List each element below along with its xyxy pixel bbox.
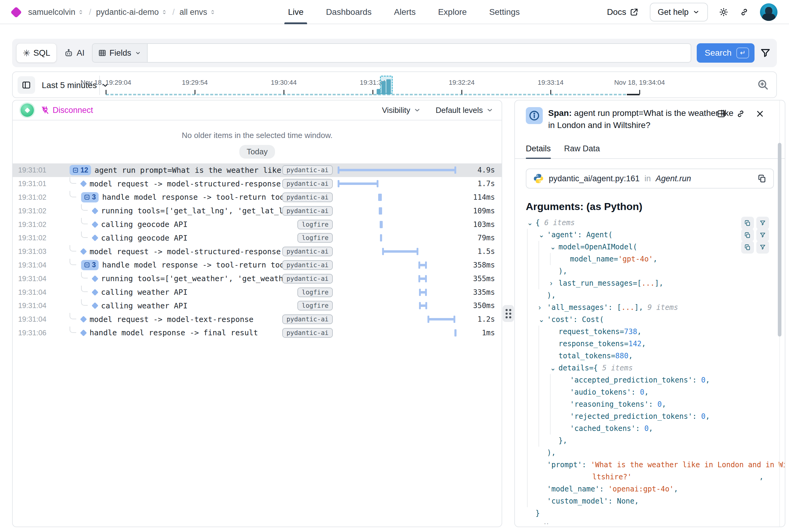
disconnect-button[interactable]: Disconnect: [41, 106, 93, 115]
duration-track: [338, 177, 456, 191]
code-token: [: [637, 279, 641, 287]
search-button[interactable]: Search ↵: [697, 43, 754, 63]
fields-dropdown-button[interactable]: Fields: [92, 43, 147, 63]
trace-row[interactable]: 19:31:023handle model response -> tool-r…: [13, 191, 502, 204]
timeline-zoom-button[interactable]: [757, 79, 769, 91]
trace-row[interactable]: 19:31:06handle model response -> final r…: [13, 326, 502, 340]
get-help-button[interactable]: Get help: [650, 3, 708, 21]
filter-value-button[interactable]: [756, 217, 769, 229]
code-actions: [741, 241, 769, 253]
code-token: 'cost': Cost(: [547, 315, 604, 324]
trace-row-time: 19:31:04: [13, 288, 58, 297]
sidebar-toggle-button[interactable]: [18, 76, 35, 94]
indent-guide: [539, 435, 550, 446]
tab-details[interactable]: Details: [526, 144, 551, 158]
code-token: 6 items: [544, 218, 575, 227]
ai-mode-button[interactable]: AI: [62, 48, 86, 58]
trace-row[interactable]: 19:31:0112agent run prompt=What is the w…: [13, 164, 502, 177]
default-levels-dropdown[interactable]: Default levels: [436, 106, 494, 115]
span-detail-panel: Span: agent run prompt=What is the weath…: [514, 100, 785, 527]
dock-panel-button[interactable]: [716, 109, 726, 119]
expand-chevron-icon[interactable]: ›: [550, 279, 558, 287]
code-line: 'custom_model': None,: [527, 495, 785, 507]
expand-chevron-icon[interactable]: ›: [539, 304, 547, 312]
source-location[interactable]: pydantic_ai/agent.py:161 in Agent.run: [526, 169, 774, 189]
filter-button[interactable]: [760, 48, 771, 58]
link-icon: [736, 109, 746, 119]
nav-item-settings[interactable]: Settings: [489, 0, 520, 24]
timeline-tick-mark: [550, 90, 551, 94]
duration-bar: [380, 234, 382, 242]
visibility-dropdown[interactable]: Visibility: [382, 106, 421, 115]
trace-row-time: 19:31:03: [13, 247, 58, 256]
indent-guide: [527, 471, 539, 483]
trace-row-indent: [58, 177, 81, 191]
copy-value-button[interactable]: [741, 229, 754, 242]
code-token: {: [536, 218, 544, 227]
copy-value-button[interactable]: [741, 217, 754, 229]
theme-toggle-button[interactable]: [719, 7, 729, 17]
nav-item-live[interactable]: Live: [288, 0, 304, 24]
breadcrumb-item[interactable]: pydantic-ai-demo: [96, 7, 168, 17]
collapse-badge[interactable]: 3: [81, 260, 99, 270]
collapse-chevron-icon[interactable]: ⌄: [550, 243, 558, 251]
trace-row[interactable]: 19:31:04running tools=['get_weather', 'g…: [13, 272, 502, 285]
collapse-badge[interactable]: 12: [70, 165, 91, 175]
trace-row-tag-wrap: logfire: [290, 287, 333, 297]
top-header: samuelcolvin/pydantic-ai-demo/all envs L…: [0, 0, 789, 24]
trace-row[interactable]: 19:31:01model request -> model-structure…: [13, 177, 502, 191]
copy-source-button[interactable]: [757, 174, 767, 183]
tree-connector: [70, 259, 76, 265]
filter-value-button[interactable]: [756, 229, 769, 242]
trace-row-time: 19:31:02: [13, 193, 58, 202]
trace-row[interactable]: 19:31:02running tools=['get_lat_lng', 'g…: [13, 204, 502, 217]
chevrons-up-down-icon: [209, 9, 216, 15]
panel-left-icon: [21, 80, 31, 90]
copy-span-link-button[interactable]: [736, 109, 746, 119]
indent-guide: [527, 277, 539, 289]
trace-row[interactable]: 19:31:02calling geocode APIlogfire79ms: [13, 231, 502, 245]
timeline-tick-label: 19:29:54: [182, 79, 208, 87]
indent-guide: [527, 253, 539, 265]
panel-resize-handle[interactable]: [502, 305, 514, 322]
duration-track: [338, 231, 456, 245]
trace-row[interactable]: 19:31:04calling weather APIlogfire335ms: [13, 285, 502, 299]
trace-row-indent: [58, 299, 93, 312]
share-link-button[interactable]: [739, 7, 749, 17]
sql-mode-button[interactable]: ✳ SQL: [16, 43, 57, 63]
nav-item-dashboards[interactable]: Dashboards: [326, 0, 371, 24]
trace-row[interactable]: 19:31:03model request -> model-structure…: [13, 245, 502, 259]
trace-row[interactable]: 19:31:02calling geocode APIlogfire103ms: [13, 217, 502, 231]
close-panel-button[interactable]: [755, 109, 765, 119]
trace-row-indent: [58, 191, 81, 204]
logfire-logo-icon[interactable]: [10, 6, 22, 18]
breadcrumb-item[interactable]: all envs: [179, 7, 216, 17]
trace-row[interactable]: 19:31:043handle model response -> tool-r…: [13, 259, 502, 272]
collapse-chevron-icon[interactable]: ⌄: [539, 231, 547, 239]
user-avatar[interactable]: [760, 3, 777, 21]
today-button[interactable]: Today: [239, 145, 275, 158]
nav-item-explore[interactable]: Explore: [438, 0, 467, 24]
search-input[interactable]: [147, 43, 692, 63]
code-line: 'audio_tokens': 0,: [527, 386, 785, 398]
code-token: ,: [628, 352, 633, 360]
code-line: 'rejected_prediction_tokens': 0,: [527, 410, 785, 422]
collapse-badge[interactable]: 3: [81, 192, 99, 203]
docs-link[interactable]: Docs: [607, 7, 639, 17]
collapse-chevron-icon[interactable]: ⌄: [539, 316, 547, 324]
tab-raw-data[interactable]: Raw Data: [564, 144, 600, 158]
trace-row[interactable]: 19:31:04model request -> model-text-resp…: [13, 312, 502, 326]
copy-value-button[interactable]: [741, 241, 754, 253]
timeline-track[interactable]: Nov 18, 19:29:0419:29:5419:30:4419:31:34…: [106, 75, 639, 94]
nav-item-alerts[interactable]: Alerts: [394, 0, 416, 24]
scope-tag: pydantic-ai: [282, 165, 333, 175]
tree-connector: [81, 231, 88, 238]
collapse-chevron-icon[interactable]: ⌄: [550, 364, 558, 372]
trace-row[interactable]: 19:31:04calling weather APIlogfire350ms: [13, 299, 502, 312]
breadcrumb-item[interactable]: samuelcolvin: [28, 7, 84, 17]
code-token: }: [536, 509, 540, 517]
indent-guide: [539, 374, 550, 386]
filter-value-button[interactable]: [756, 241, 769, 253]
scrollbar-thumb[interactable]: [778, 143, 782, 337]
collapse-chevron-icon[interactable]: ⌄: [527, 219, 536, 227]
